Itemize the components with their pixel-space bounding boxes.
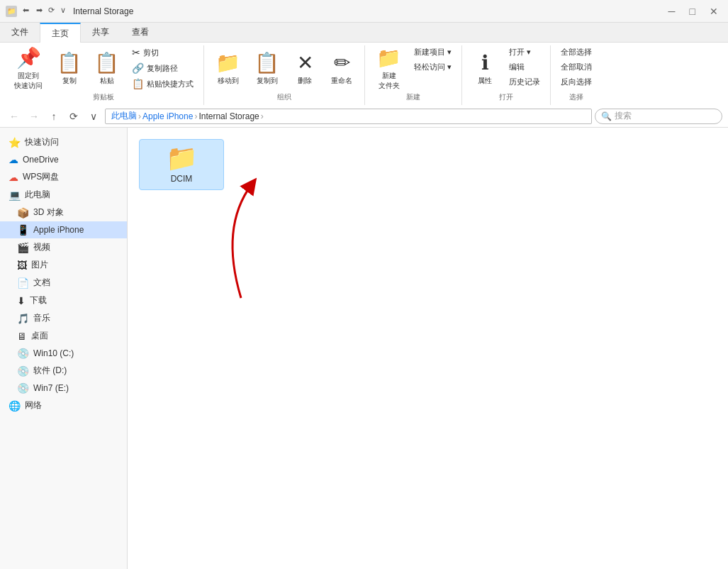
sidebar-label-win10c: Win10 (C:): [33, 348, 74, 358]
path-iphone: Apple iPhone: [142, 111, 193, 121]
iphone-icon: 📱: [17, 224, 29, 236]
rename-btn[interactable]: ✏ 重命名: [325, 45, 359, 91]
ribbon-tabs: 文件 主页 共享 查看: [0, 23, 728, 43]
back-btn[interactable]: ←: [6, 108, 23, 125]
close-btn[interactable]: ✕: [705, 6, 722, 17]
folder-dcim-icon: 📁: [166, 145, 198, 171]
select-all-btn[interactable]: 全部选择: [556, 45, 596, 59]
search-box[interactable]: 🔍 搜索: [595, 109, 722, 124]
sidebar-label-wps: WPS网盘: [23, 171, 59, 183]
sidebar-label-onedrive: OneDrive: [23, 155, 59, 165]
new-item-btn[interactable]: 新建项目 ▾: [410, 45, 456, 59]
folder-dcim-label: DCIM: [171, 174, 193, 184]
sidebar-label-music: 音乐: [33, 312, 50, 324]
sidebar-label-pictures: 图片: [31, 259, 48, 271]
sidebar-item-apple-iphone[interactable]: 📱 Apple iPhone: [0, 221, 127, 238]
paste-icon: 📋: [94, 51, 119, 74]
network-icon: 🌐: [9, 400, 21, 411]
sidebar-item-music[interactable]: 🎵 音乐: [0, 309, 127, 327]
ribbon-group-organize: 📁 移动到 📋 复制到 ✕ 删除 ✏ 重命名 组织: [204, 45, 365, 105]
cut-btn[interactable]: ✂ 剪切: [128, 45, 198, 60]
title-bar: 📁 ⬅ ➡ ⟳ ∨ Internal Storage ─ □ ✕: [0, 0, 728, 23]
select-label: 选择: [556, 91, 596, 105]
sidebar-item-quick-access[interactable]: ⭐ 快速访问: [0, 133, 127, 151]
copy-btn[interactable]: 📋 复制: [51, 45, 87, 91]
invert-selection-btn[interactable]: 反向选择: [556, 75, 596, 89]
window-icon: 📁: [6, 6, 17, 17]
refresh-btn[interactable]: ⟳: [65, 108, 82, 125]
sidebar-item-software-d[interactable]: 💿 软件 (D:): [0, 362, 127, 380]
tab-view[interactable]: 查看: [121, 23, 160, 42]
sidebar-label-network: 网络: [25, 399, 42, 411]
organize-label: 组织: [210, 91, 359, 105]
ribbon-group-open: ℹ 属性 打开 ▾ 编辑 历史记录 打开: [462, 45, 551, 105]
address-bar: ← → ↑ ⟳ ∨ 此电脑 › Apple iPhone › Internal …: [0, 105, 728, 128]
maximize-btn[interactable]: □: [685, 6, 700, 17]
sidebar-item-onedrive[interactable]: ☁ OneDrive: [0, 151, 127, 168]
minimize-btn[interactable]: ─: [664, 6, 680, 17]
sidebar-label-3d-objects: 3D 对象: [33, 206, 64, 219]
paste-shortcut-btn[interactable]: 📋 粘贴快捷方式: [128, 77, 198, 91]
sidebar-item-network[interactable]: 🌐 网络: [0, 397, 127, 414]
videos-icon: 🎬: [17, 242, 29, 253]
star-icon: ⭐: [9, 137, 21, 148]
music-icon: 🎵: [17, 313, 29, 324]
drive-c-icon: 💿: [17, 348, 29, 359]
main-area: ⭐ 快速访问 ☁ OneDrive ☁ WPS网盘 💻 此电脑 📦 3D 对象 …: [0, 128, 728, 569]
ribbon-group-new: 📁 新建文件夹 新建项目 ▾ 轻松访问 ▾ 新建: [365, 45, 462, 105]
sidebar-item-desktop[interactable]: 🖥 桌面: [0, 327, 127, 345]
folder-dcim[interactable]: 📁 DCIM: [139, 139, 224, 190]
sidebar-label-documents: 文档: [33, 277, 50, 289]
address-path[interactable]: 此电脑 › Apple iPhone › Internal Storage ›: [105, 109, 592, 124]
dropdown-btn[interactable]: ∨: [85, 108, 102, 125]
path-pc: 此电脑: [111, 110, 137, 122]
sidebar-label-quick-access: 快速访问: [25, 136, 59, 148]
sidebar-item-3d-objects[interactable]: 📦 3D 对象: [0, 204, 127, 221]
ribbon-group-clipboard: 📌 固定到快速访问 📋 复制 📋 粘贴 ✂ 剪切 🔗 复制路径 📋 粘贴快捷方式: [3, 45, 204, 105]
sidebar-item-win10c[interactable]: 💿 Win10 (C:): [0, 345, 127, 362]
sidebar-item-documents[interactable]: 📄 文档: [0, 274, 127, 292]
desktop-icon: 🖥: [17, 331, 27, 342]
tab-file[interactable]: 文件: [0, 23, 40, 42]
new-folder-icon: 📁: [376, 46, 401, 70]
copy-to-btn[interactable]: 📋 复制到: [249, 45, 285, 91]
deselect-all-btn[interactable]: 全部取消: [556, 60, 596, 74]
forward-btn[interactable]: →: [26, 108, 43, 125]
paste-btn[interactable]: 📋 粘贴: [89, 45, 125, 91]
sidebar-label-software-d: 软件 (D:): [33, 365, 67, 377]
copy-to-icon: 📋: [254, 51, 279, 74]
move-icon: 📁: [215, 51, 240, 74]
history-btn[interactable]: 历史记录: [505, 75, 544, 89]
sidebar-item-win7e[interactable]: 💿 Win7 (E:): [0, 380, 127, 397]
sidebar-label-apple-iphone: Apple iPhone: [33, 225, 84, 235]
sidebar-item-pictures[interactable]: 🖼 图片: [0, 256, 127, 274]
properties-btn[interactable]: ℹ 属性: [468, 45, 502, 91]
sidebar-label-this-pc: 此电脑: [25, 189, 50, 201]
sidebar: ⭐ 快速访问 ☁ OneDrive ☁ WPS网盘 💻 此电脑 📦 3D 对象 …: [0, 128, 128, 569]
delete-btn[interactable]: ✕ 删除: [288, 45, 322, 91]
properties-icon: ℹ: [481, 51, 489, 74]
easy-access-btn[interactable]: 轻松访问 ▾: [410, 60, 456, 74]
drive-d-icon: 💿: [17, 365, 29, 377]
copy-path-btn[interactable]: 🔗 复制路径: [128, 61, 198, 75]
move-to-btn[interactable]: 📁 移动到: [210, 45, 246, 91]
content-area: 📁 DCIM: [128, 128, 728, 569]
sidebar-item-this-pc[interactable]: 💻 此电脑: [0, 186, 127, 204]
onedrive-icon: ☁: [9, 154, 18, 165]
up-btn[interactable]: ↑: [45, 108, 62, 125]
open-btn[interactable]: 打开 ▾: [505, 45, 544, 59]
sidebar-item-wps[interactable]: ☁ WPS网盘: [0, 168, 127, 186]
sidebar-label-videos: 视频: [33, 241, 50, 253]
new-folder-btn[interactable]: 📁 新建文件夹: [371, 45, 407, 91]
pc-icon: 💻: [9, 189, 21, 201]
tab-share[interactable]: 共享: [81, 23, 121, 42]
edit-btn[interactable]: 编辑: [505, 60, 544, 74]
sidebar-item-videos[interactable]: 🎬 视频: [0, 238, 127, 256]
pin-to-quick-access-btn[interactable]: 📌 固定到快速访问: [9, 45, 48, 91]
sidebar-label-downloads: 下载: [30, 294, 47, 306]
title-bar-title: Internal Storage: [73, 6, 133, 16]
tab-home[interactable]: 主页: [40, 23, 81, 43]
delete-icon: ✕: [297, 51, 313, 74]
3d-icon: 📦: [17, 207, 29, 219]
sidebar-item-downloads[interactable]: ⬇ 下载: [0, 292, 127, 309]
